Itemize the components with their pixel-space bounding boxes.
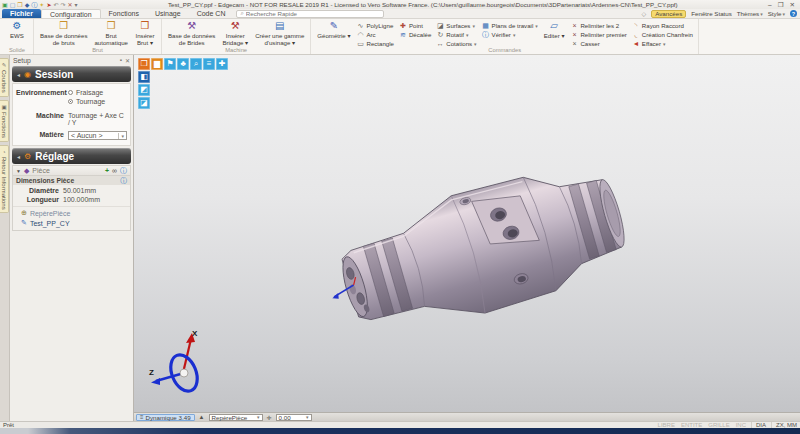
qa-open-button[interactable]: ❒ (17, 1, 22, 9)
shading-half-icon[interactable]: ◩ (138, 84, 150, 96)
trim-first-button[interactable]: ×Relimiter premier (568, 30, 628, 39)
menu-avancees[interactable]: Avancées (651, 10, 686, 18)
side-tab-fonctions[interactable]: ▣Fonctions (0, 100, 9, 142)
revolved-button[interactable]: ↻Rotatif▾ (434, 30, 478, 39)
verify-button[interactable]: ⓘVérifier▾ (480, 30, 540, 39)
tab-fichier[interactable]: Fichier (2, 9, 41, 18)
fillet-radius-button[interactable]: ◝Rayon Raccord (630, 21, 695, 30)
minimize-button[interactable]: – (768, 1, 772, 9)
shading-solid-icon[interactable]: ◧ (138, 71, 150, 83)
move-origin-icon[interactable]: ✚ (216, 58, 228, 70)
ews-button[interactable]: ⚙EWS (4, 20, 30, 39)
status-units[interactable]: ZX, MM (771, 422, 797, 428)
qa-redo-button[interactable]: ↷ (60, 1, 65, 9)
side-tab-retour-informations[interactable]: ◔Retour Informations (0, 145, 9, 214)
tab-configuration[interactable]: Configuration (41, 9, 101, 18)
radio-fraisage[interactable] (68, 90, 73, 95)
search-input[interactable] (246, 10, 381, 17)
ribbon-group-brut: ❒Base de donnéesde bruts❒Brutautomatique… (34, 19, 162, 54)
create-machining-sequence-button[interactable]: ▤Créer une gammed'usinage ▾ (252, 20, 307, 46)
edit-button[interactable]: ▱Editer ▾ (541, 20, 568, 39)
quick-search[interactable]: ⌕ (236, 10, 384, 18)
list-icon: ≡ (140, 414, 144, 420)
geometry-button[interactable]: ✎Géométrie ▾ (314, 20, 353, 39)
add-icon[interactable]: + (105, 167, 109, 174)
info-icon[interactable]: ⓘ (120, 166, 127, 176)
qa-app-button[interactable]: ▣ (2, 1, 8, 9)
browser-list-icon[interactable]: ≡ (203, 58, 215, 70)
find-icon[interactable]: ∞ (112, 167, 117, 174)
angle-select[interactable]: 0.00 ▾ (276, 414, 312, 421)
diameter-label: Diamètre (13, 187, 59, 194)
coordinate-system-select[interactable]: RepèrePièce ▾ (209, 414, 263, 421)
trim-both-button[interactable]: ×Relimiter les 2 (568, 21, 628, 30)
trim-both-icon: × (570, 22, 578, 29)
tree-item-reperepiece[interactable]: ⊕RepèrePièce (21, 209, 130, 217)
chamfer-button[interactable]: ◟Création Chanfrein (630, 30, 695, 39)
features-icon[interactable]: ♣ (177, 58, 189, 70)
viewport-3d[interactable]: ❒▆⚑♣⌕≡✚ ◧◩◪ X Z (134, 55, 800, 412)
model-3d[interactable] (134, 55, 800, 412)
viewport-toolbar-row: ❒▆⚑♣⌕≡✚ (138, 58, 228, 70)
zoom-icon[interactable]: ⌕ (190, 58, 202, 70)
dimensions-panel: Dimensions Pièce ⓘ Diamètre 50.001mm Lon… (12, 176, 131, 231)
machine-datum-icon[interactable]: ⚑ (164, 58, 176, 70)
help-icon[interactable]: ? (790, 10, 797, 17)
dynamic-rotation-chip[interactable]: ≡ Dynamique 3.49 (136, 414, 195, 421)
iso-view-icon[interactable]: ❒ (138, 58, 150, 70)
options-icon[interactable]: ◇ (642, 10, 647, 17)
tab-fonctions[interactable]: Fonctions (101, 9, 147, 18)
radio-tournage[interactable] (68, 99, 73, 104)
stock-database-button[interactable]: ❒Base de donnéesde bruts (37, 20, 90, 46)
status-flag-entite[interactable]: ENTITE (681, 422, 702, 428)
arc-button[interactable]: ◠Arc (355, 30, 396, 39)
material-value: < Aucun > (71, 132, 103, 139)
insert-stock-button[interactable]: ❒InsérerBrut ▾ (132, 20, 158, 46)
info-icon[interactable]: ⓘ (120, 176, 127, 186)
tab-usinage[interactable]: Usinage (147, 9, 189, 18)
qa-undo-button[interactable]: ↶ (53, 1, 58, 9)
part-icon: ◆ (24, 167, 29, 175)
qa-launch-button[interactable]: ➤ (46, 1, 51, 9)
status-dia-mode[interactable]: DIA (751, 422, 766, 428)
qa-new-button[interactable]: ▢ (10, 1, 16, 9)
menu-themes[interactable]: Thèmes▾ (737, 10, 763, 17)
tab-code-cn[interactable]: Code CN (189, 9, 234, 18)
offset-button[interactable]: ≋Décalée (397, 30, 433, 39)
side-tab-courbes[interactable]: ✎Courbes (0, 58, 9, 97)
qa-delete-button[interactable]: ✕ (67, 1, 72, 9)
session-icon: ◉ (24, 70, 31, 79)
menu-style[interactable]: Style▾ (768, 10, 785, 17)
menu-fenetre-status[interactable]: Fenêtre Status (691, 10, 732, 17)
tree-item-label: RepèrePièce (30, 210, 70, 217)
shading-wire-icon[interactable]: ◪ (138, 97, 150, 109)
point-button[interactable]: ✚Point (397, 21, 433, 30)
maximize-button[interactable]: ❐ (778, 1, 784, 9)
status-flag-inc[interactable]: INC (736, 422, 746, 428)
expand-icon[interactable]: ▼ (16, 168, 21, 174)
fixture-database-button[interactable]: ⚒Base de donnéesde Brides (165, 20, 218, 46)
surfaces-button[interactable]: ◪Surfaces▾ (434, 21, 478, 30)
close-button[interactable]: ✕ (790, 1, 795, 9)
piece-row[interactable]: ▼ ◆ Pièce + ∞ ⓘ (12, 165, 131, 176)
polyline-button[interactable]: ∿PolyLigne (355, 21, 396, 30)
work-planes-icon: ▦ (482, 22, 490, 30)
auto-stock-icon: ❒ (107, 20, 116, 32)
reglage-section-header[interactable]: ◂ ⚙ Réglage (12, 148, 131, 164)
stock-display-icon[interactable]: ▆ (151, 58, 163, 70)
insert-fixture-button[interactable]: ⚒InsérerBridage ▾ (219, 20, 251, 46)
panel-close-icon[interactable]: ✕ (125, 57, 130, 64)
status-flag-grille[interactable]: GRILLE (708, 422, 729, 428)
diameter-row: Diamètre 50.001mm (13, 185, 130, 194)
auto-stock-button[interactable]: ❒Brutautomatique (91, 20, 131, 46)
session-section-header[interactable]: ◂ ◉ Session (12, 66, 131, 82)
qa-preferences-button[interactable]: ✦ (39, 1, 44, 9)
tree-item-test-pp-cy[interactable]: ✎Test_PP_CY (21, 219, 130, 227)
qa-save-button[interactable]: ◆ (25, 1, 30, 9)
trim-first-icon: × (570, 31, 578, 38)
pin-icon[interactable]: ▪ (120, 57, 122, 64)
qa-info-button[interactable]: ⓘ (31, 1, 37, 9)
chevron-down-icon: ▾ (306, 414, 309, 420)
status-flag-libre[interactable]: LIBRE (658, 422, 675, 428)
material-select[interactable]: < Aucun > ▾ (68, 131, 127, 140)
